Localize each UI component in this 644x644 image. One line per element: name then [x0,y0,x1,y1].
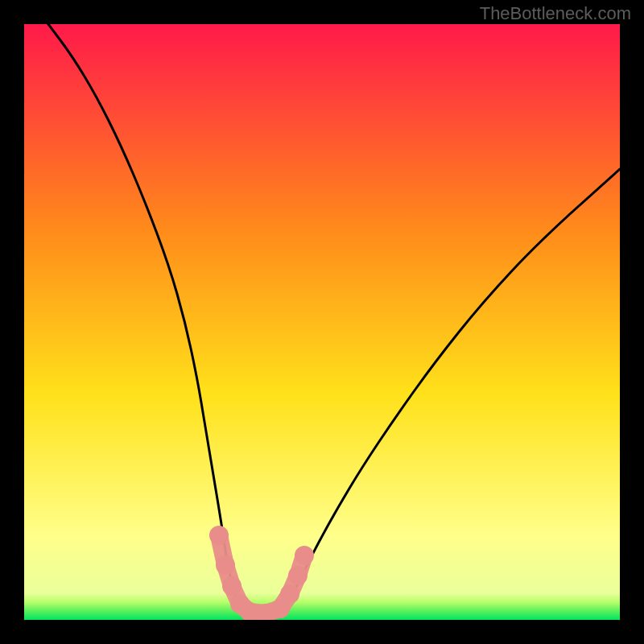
marker-dot [288,566,308,585]
marker-dot [216,555,235,575]
watermark-text: TheBottleneck.com [480,3,631,24]
chart-svg [24,24,620,620]
marker-dot [222,576,242,596]
marker-dot [295,546,314,565]
plot-area [24,24,620,620]
marker-dot [280,584,299,604]
marker-dot [209,526,229,545]
gradient-background [24,24,620,620]
chart-frame: TheBottleneck.com [0,0,644,644]
